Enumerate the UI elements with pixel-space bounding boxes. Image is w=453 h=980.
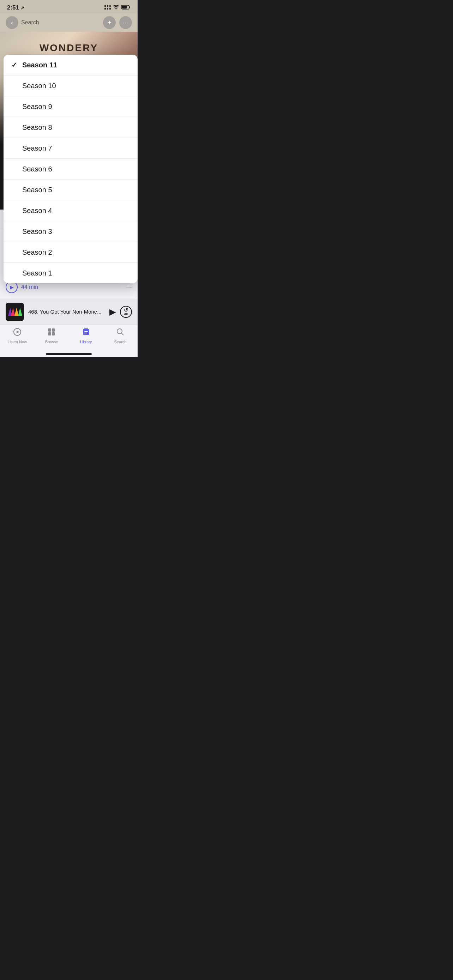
library-icon [82, 328, 90, 338]
tab-library-label: Library [80, 340, 92, 344]
svg-marker-16 [17, 331, 19, 333]
svg-rect-20 [52, 332, 55, 336]
dropdown-item-label: Season 2 [22, 248, 52, 256]
back-button[interactable]: ‹ [6, 16, 18, 29]
tab-bar: Listen Now Browse [0, 325, 138, 351]
svg-point-25 [117, 329, 122, 334]
dropdown-item-label: Season 1 [22, 269, 52, 277]
dropdown-item-season-5[interactable]: ✓Season 5 [3, 180, 138, 200]
svg-point-6 [116, 8, 117, 10]
svg-rect-9 [122, 6, 127, 9]
tab-library[interactable]: Library [69, 328, 103, 344]
nav-bar: ‹ Search + ··· [0, 13, 138, 32]
listen-now-icon [13, 328, 22, 338]
dropdown-item-season-1[interactable]: ✓Season 1 [3, 263, 138, 283]
checkmark-icon: ✓ [11, 60, 17, 69]
episode-more-button[interactable]: ··· [126, 283, 132, 291]
time-label: 2:51 [7, 4, 19, 11]
back-arrow-icon: ‹ [11, 19, 13, 27]
svg-line-26 [122, 333, 124, 335]
search-back-label[interactable]: Search [21, 19, 39, 26]
grid-icon [105, 5, 111, 11]
play-icon: ▶ [10, 284, 14, 290]
tab-search[interactable]: Search [103, 328, 138, 344]
svg-rect-8 [129, 6, 130, 8]
svg-rect-18 [52, 328, 55, 332]
mini-player[interactable]: 468. You Got Your Non-Mone... ▶ ↺ 30 [0, 299, 138, 325]
skip-seconds-label: 30 [124, 313, 128, 316]
mini-skip-button[interactable]: ↺ 30 [120, 306, 132, 318]
status-icons [105, 5, 130, 11]
dropdown-item-season-11[interactable]: ✓Season 11 [3, 55, 138, 75]
mini-play-button[interactable]: ▶ [110, 307, 116, 317]
svg-rect-19 [48, 332, 51, 336]
svg-rect-5 [110, 8, 111, 10]
search-tab-icon [116, 328, 124, 338]
dropdown-item-label: Season 4 [22, 207, 52, 215]
tab-search-label: Search [114, 340, 127, 344]
svg-rect-2 [110, 5, 111, 7]
mini-player-title: 468. You Got Your Non-Mone... [28, 309, 105, 315]
svg-rect-1 [107, 5, 108, 7]
svg-rect-22 [84, 328, 88, 330]
home-indicator [0, 351, 138, 357]
status-bar: 2:51 ↗ [0, 0, 138, 13]
duration-label: 44 min [21, 284, 38, 290]
home-bar [46, 353, 92, 355]
svg-rect-23 [84, 331, 88, 332]
tab-browse[interactable]: Browse [35, 328, 69, 344]
more-button[interactable]: ··· [119, 16, 132, 29]
season-dropdown-menu[interactable]: ✓Season 11✓Season 10✓Season 9✓Season 8✓S… [3, 55, 138, 283]
add-button[interactable]: + [103, 16, 116, 29]
svg-rect-17 [48, 328, 51, 332]
hero-title: WONDERY [40, 42, 98, 54]
browse-icon [47, 328, 56, 338]
mini-player-artwork [6, 303, 24, 321]
more-icon: ··· [123, 20, 129, 25]
tab-browse-label: Browse [45, 340, 58, 344]
svg-rect-24 [84, 332, 87, 333]
tab-listen-now-label: Listen Now [8, 340, 27, 344]
nav-right: + ··· [103, 16, 132, 29]
svg-rect-3 [105, 8, 106, 10]
dropdown-item-season-7[interactable]: ✓Season 7 [3, 138, 138, 159]
dropdown-item-label: Season 10 [22, 82, 56, 90]
tab-listen-now[interactable]: Listen Now [0, 328, 35, 344]
status-time: 2:51 ↗ [7, 4, 24, 11]
dropdown-item-label: Season 8 [22, 124, 52, 132]
location-icon: ↗ [21, 5, 24, 11]
dropdown-item-label: Season 11 [22, 61, 57, 69]
svg-rect-4 [107, 8, 108, 10]
dropdown-item-season-10[interactable]: ✓Season 10 [3, 75, 138, 96]
dropdown-item-season-9[interactable]: ✓Season 9 [3, 96, 138, 117]
svg-rect-0 [105, 5, 106, 7]
skip-arrow-icon: ↺ [124, 308, 128, 313]
battery-icon [121, 5, 130, 11]
dropdown-item-season-6[interactable]: ✓Season 6 [3, 159, 138, 180]
dropdown-item-season-8[interactable]: ✓Season 8 [3, 117, 138, 138]
page-container: 2:51 ↗ [0, 0, 138, 357]
nav-back[interactable]: ‹ Search [6, 16, 39, 29]
add-icon: + [107, 19, 111, 27]
dropdown-item-season-3[interactable]: ✓Season 3 [3, 221, 138, 242]
dropdown-item-label: Season 7 [22, 144, 52, 153]
dropdown-item-season-2[interactable]: ✓Season 2 [3, 242, 138, 263]
dropdown-item-label: Season 3 [22, 228, 52, 235]
dropdown-item-label: Season 9 [22, 103, 52, 111]
dropdown-item-label: Season 6 [22, 165, 52, 173]
dropdown-item-season-4[interactable]: ✓Season 4 [3, 200, 138, 221]
dropdown-item-label: Season 5 [22, 186, 52, 194]
wifi-icon [113, 5, 119, 11]
